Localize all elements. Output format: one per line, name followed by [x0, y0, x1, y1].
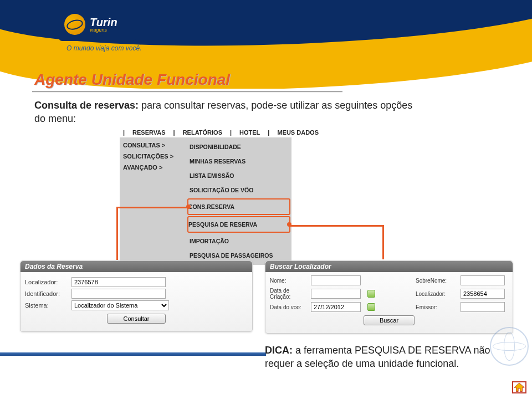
- label-localizador2: Localizador:: [416, 291, 457, 297]
- menu-consultas[interactable]: CONSULTAS >: [123, 140, 183, 151]
- consultar-button[interactable]: Consultar: [107, 314, 165, 324]
- svg-marker-0: [514, 383, 524, 392]
- input-data-criacao[interactable]: [311, 289, 361, 299]
- label-emissor: Emissor:: [416, 304, 457, 310]
- connector-line: [382, 225, 384, 259]
- menu-solicitacao-voo[interactable]: SOLICITAÇÃO DE VÔO: [190, 183, 288, 197]
- menu-cons-reserva-hl[interactable]: CONS.RESERVA: [187, 198, 290, 215]
- title-underline: [32, 91, 342, 93]
- dica-rest: a ferramenta PESQUISA DE RESERVA não req…: [265, 345, 490, 369]
- brand-name: Turin: [90, 17, 117, 28]
- input-sobrenome[interactable]: [461, 275, 505, 285]
- brand-sub: viagens: [90, 28, 117, 33]
- input-nome[interactable]: [311, 275, 361, 285]
- home-button[interactable]: [512, 381, 526, 393]
- intro-text: Consulta de reservas: para consultar res…: [34, 99, 422, 126]
- brand-tagline: O mundo viaja com você.: [66, 44, 141, 52]
- label-identificador: Identificador:: [25, 290, 69, 297]
- menu-screenshot: | RESERVAS| RELATÓRIOS| HOTEL| MEUS DADO…: [120, 127, 358, 265]
- menu-avancado[interactable]: AVANÇADO >: [123, 162, 183, 173]
- page-title: Agente Unidade Funcional: [34, 71, 230, 89]
- input-identificador[interactable]: [71, 289, 166, 299]
- label-data-voo: Data do voo:: [270, 304, 308, 310]
- label-sistema: Sistema:: [25, 302, 69, 309]
- input-emissor[interactable]: [461, 302, 505, 312]
- select-sistema[interactable]: Localizador do Sistema: [71, 300, 169, 310]
- connector-line: [116, 207, 118, 260]
- menu-top-relatorios[interactable]: RELATÓRIOS: [183, 129, 222, 136]
- input-localizador[interactable]: [71, 277, 166, 287]
- menu-cons-reserva: CONS.RESERVA: [188, 203, 234, 210]
- brand-logo: Turin viagens: [59, 8, 136, 41]
- menu-disponibilidade[interactable]: DISPONIBILIDADE: [190, 140, 288, 154]
- label-localizador: Localizador:: [25, 279, 69, 285]
- menu-right-col: DISPONIBILIDADE MINHAS RESERVAS LISTA EM…: [186, 137, 291, 265]
- menu-top-bar: | RESERVAS| RELATÓRIOS| HOTEL| MEUS DADO…: [120, 127, 358, 137]
- menu-left-col: CONSULTAS > SOLICITAÇÕES > AVANÇADO >: [120, 137, 186, 265]
- input-data-voo[interactable]: [311, 302, 361, 312]
- input-buscar-localizador[interactable]: [461, 289, 505, 299]
- label-nome: Nome:: [270, 278, 308, 284]
- connector-line: [116, 207, 188, 208]
- buscar-button[interactable]: Buscar: [364, 315, 415, 325]
- menu-top-meus-dados[interactable]: MEUS DADOS: [277, 129, 319, 136]
- menu-pesquisa-reserva: PESQUISA DE RESERVA: [188, 221, 257, 228]
- menu-top-hotel[interactable]: HOTEL: [239, 129, 260, 136]
- decorative-footer-line: [0, 352, 266, 356]
- dados-panel-title: Dados da Reserva: [21, 261, 252, 272]
- dica-text: DICA: a ferramenta PESQUISA DE RESERVA n…: [265, 344, 513, 371]
- menu-pesquisa-reserva-hl[interactable]: PESQUISA DE RESERVA: [187, 216, 290, 233]
- dica-bold: DICA:: [265, 345, 293, 356]
- label-data-criacao: Data de Criação:: [270, 288, 308, 300]
- menu-lista-emissao[interactable]: LISTA EMISSÃO: [190, 168, 288, 183]
- calendar-icon[interactable]: [367, 303, 375, 311]
- globe-icon: [64, 14, 85, 35]
- label-sobrenome: SobreNome:: [416, 278, 457, 284]
- intro-bold: Consulta de reservas:: [34, 100, 139, 111]
- dados-reserva-panel: Dados da Reserva Localizador: Identifica…: [20, 260, 253, 332]
- buscar-localizador-panel: Buscar Localizador Nome: SobreNome: Data…: [265, 260, 513, 334]
- home-icon: [513, 382, 525, 392]
- menu-importacao[interactable]: IMPORTAÇÃO: [190, 234, 288, 248]
- connector-line: [290, 225, 384, 227]
- menu-solicitacoes[interactable]: SOLICITAÇÕES >: [123, 151, 183, 162]
- menu-minhas-reservas[interactable]: MINHAS RESERVAS: [190, 154, 288, 168]
- buscar-panel-title: Buscar Localizador: [265, 261, 513, 272]
- calendar-icon[interactable]: [367, 290, 375, 298]
- menu-top-reservas[interactable]: RESERVAS: [132, 129, 166, 136]
